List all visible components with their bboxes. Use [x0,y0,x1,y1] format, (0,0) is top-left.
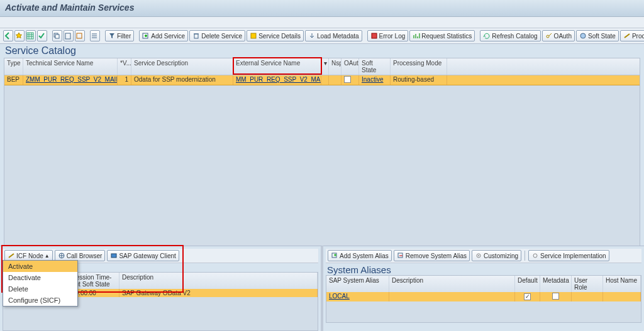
oauth-checkbox[interactable] [344,76,351,83]
svg-rect-8 [372,33,377,38]
col-softstate[interactable]: Soft State [359,58,391,75]
menu-delete[interactable]: Delete [3,283,77,295]
col-metadata[interactable]: Metadata [540,276,572,292]
col-desc[interactable]: Service Description [131,58,233,75]
check-icon[interactable] [37,30,47,41]
col-ext[interactable]: External Service Name [233,58,321,75]
svg-rect-6 [194,34,198,38]
grid-header-row: Type Technical Service Name *V... Servic… [4,58,640,75]
load-metadata-button[interactable]: Load Metadata [305,30,362,41]
svg-point-19 [478,255,479,256]
col-version[interactable]: *V... [118,58,131,75]
filter-button[interactable]: Filter [105,30,134,41]
service-catalog-grid: Type Technical Service Name *V... Servic… [4,58,640,262]
col-alias-desc[interactable]: Description [389,276,515,292]
alias-link[interactable]: LOCAL [329,293,350,300]
svg-rect-3 [65,33,70,39]
alias-panel: Add System Alias Remove System Alias Cus… [323,246,644,331]
gateway-client-button[interactable]: SAP Gateway Client [107,250,179,261]
col-default[interactable]: Default [515,276,540,292]
copy-icon[interactable] [52,30,62,41]
col-oauth[interactable]: OAut. [341,58,359,75]
grid-row-selected[interactable]: BEP ZMM_PUR_REQ_SSP_V2_MAINTAIN_SRV 1 Od… [4,75,640,85]
col-userrole[interactable]: User Role [572,276,603,292]
svg-point-20 [533,254,537,258]
grid-empty [4,85,640,261]
main-toolbar: Filter Add Service Delete Service Servic… [0,28,644,44]
ext-name-link[interactable]: MM_PUR_REQ_SSP_V2_MAINTAIN_SRV [236,76,321,83]
page-title: Activate and Maintain Services [0,0,644,17]
export-icon[interactable] [75,30,85,41]
svg-rect-4 [77,33,82,38]
menu-deactivate[interactable]: Deactivate [3,272,77,283]
system-aliases-title: System Aliases [326,263,641,275]
soft-state-button[interactable]: Soft State [576,30,619,41]
col-host[interactable]: Host Name [603,276,641,292]
col-desc2[interactable]: Description [119,273,318,289]
section-service-catalog: Service Catalog [0,44,644,57]
add-service-button[interactable]: Add Service [139,30,188,41]
spreadsheet-icon[interactable] [26,30,36,41]
metadata-checkbox[interactable] [552,293,559,300]
alias-row[interactable]: LOCAL ✓ [326,292,641,301]
svg-rect-7 [251,33,256,38]
processing-mode-button[interactable]: Processing Mode [620,30,644,41]
back-icon[interactable] [3,30,13,41]
svg-rect-0 [27,33,33,39]
tech-name-link[interactable]: ZMM_PUR_REQ_SSP_V2_MAINTAIN_SRV [26,76,118,83]
service-impl-button[interactable]: Service Implementation [528,250,609,261]
icf-panel: ICF Node ▲ Call Browser SAP Gateway Clie… [0,246,323,331]
svg-point-9 [547,35,549,38]
menu-activate[interactable]: Activate [3,261,77,272]
blank-header [0,17,644,28]
col-alias[interactable]: SAP System Alias [326,276,389,292]
col-procmode[interactable]: Processing Mode [391,58,447,75]
request-stats-button[interactable]: Request Statistics [409,30,475,41]
delete-service-button[interactable]: Delete Service [189,30,245,41]
list-icon[interactable] [90,30,100,41]
add-alias-button[interactable]: Add System Alias [328,250,392,261]
oauth-button[interactable]: OAuth [542,30,575,41]
refresh-catalog-button[interactable]: Refresh Catalog [480,30,540,41]
col-type[interactable]: Type [4,58,23,75]
svg-rect-15 [111,254,116,258]
error-log-button[interactable]: Error Log [367,30,409,41]
menu-configure[interactable]: Configure (SICF) [3,295,77,306]
service-details-button[interactable]: Service Details [247,30,304,41]
fav-icon[interactable] [14,30,25,41]
remove-alias-button[interactable]: Remove System Alias [394,250,470,261]
customizing-button[interactable]: Customizing [472,250,521,261]
svg-rect-2 [55,35,59,38]
col-nsp[interactable]: Nsp. [329,58,341,75]
default-checkbox[interactable]: ✓ [524,293,531,300]
paste-icon[interactable] [64,30,74,41]
softstate-link[interactable]: Inactive [362,76,383,83]
col-sort-icon[interactable]: ▾ [321,58,329,75]
icf-node-menu: Activate Deactivate Delete Configure (SI… [3,260,78,307]
col-tech[interactable]: Technical Service Name [23,58,118,75]
svg-point-10 [580,33,586,38]
